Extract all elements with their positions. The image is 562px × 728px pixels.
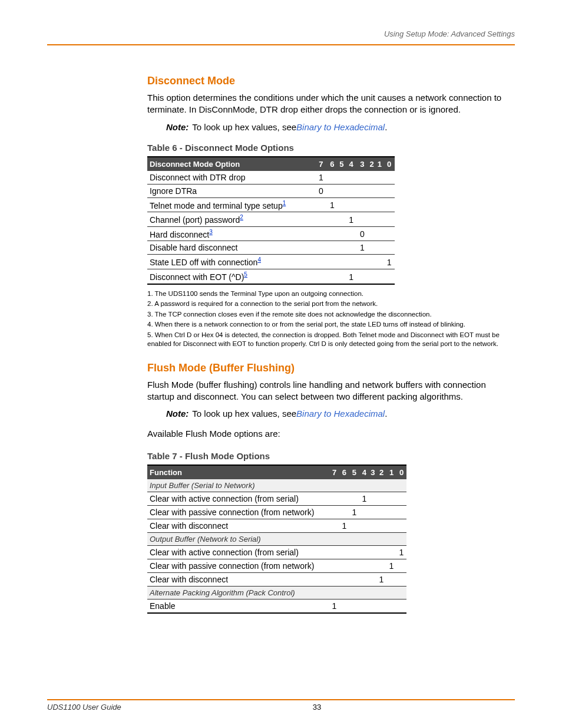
cell bbox=[346, 197, 357, 212]
row-label: Hard disconnect3 bbox=[147, 226, 316, 241]
table-row: Channel (port) password21 bbox=[147, 212, 395, 227]
footnotes-1: 1. The UDS1100 sends the Terminal Type u… bbox=[147, 289, 503, 349]
cell bbox=[316, 255, 327, 269]
th-bit3: 3 bbox=[356, 157, 368, 171]
th-bit0: 0 bbox=[384, 157, 395, 171]
th-bit1: 1 bbox=[376, 157, 384, 171]
cell bbox=[326, 171, 338, 185]
cell: 1 bbox=[384, 255, 395, 269]
cell bbox=[349, 545, 359, 559]
cell bbox=[384, 269, 395, 284]
cell bbox=[384, 184, 395, 197]
cell: 1 bbox=[349, 505, 359, 519]
cell bbox=[339, 599, 349, 613]
th-bit7: 7 bbox=[316, 157, 327, 171]
row-label: Ignore DTRa bbox=[147, 184, 316, 197]
cell bbox=[368, 241, 375, 255]
row-label: Clear with disconnect bbox=[147, 572, 329, 586]
cell bbox=[316, 197, 327, 212]
subhead-alt-packing: Alternate Packing Algorithm (Pack Contro… bbox=[147, 586, 406, 599]
cell bbox=[384, 171, 395, 185]
cell bbox=[329, 519, 339, 532]
cell bbox=[376, 171, 384, 185]
cell bbox=[329, 505, 339, 519]
table-row: Clear with disconnect1 bbox=[147, 572, 406, 586]
content-area: Disconnect Mode This option determines t… bbox=[147, 75, 503, 614]
cell bbox=[356, 184, 368, 197]
cell bbox=[349, 492, 359, 505]
cell: 1 bbox=[356, 241, 368, 255]
th-bit4: 4 bbox=[346, 157, 357, 171]
cell bbox=[368, 212, 375, 227]
note-period: . bbox=[385, 122, 387, 132]
row-label: State LED off with connection4 bbox=[147, 255, 316, 269]
table-row: Telnet mode and terminal type setup11 bbox=[147, 197, 395, 212]
cell bbox=[326, 269, 338, 284]
cell bbox=[356, 212, 368, 227]
cell bbox=[376, 492, 386, 505]
cell bbox=[396, 519, 406, 532]
th-function: Function bbox=[147, 465, 329, 479]
footnote-ref[interactable]: 5 bbox=[244, 271, 247, 278]
cell bbox=[369, 599, 376, 613]
available-text: Available Flush Mode options are: bbox=[147, 428, 503, 440]
table-row: Clear with active connection (from seria… bbox=[147, 492, 406, 505]
cell bbox=[376, 559, 386, 572]
row-label: Disconnect with DTR drop bbox=[147, 171, 316, 185]
cell bbox=[356, 255, 368, 269]
hex-link-2[interactable]: Binary to Hexadecimal bbox=[296, 409, 385, 419]
cell bbox=[346, 255, 357, 269]
flush-paragraph: Flush Mode (buffer flushing) controls li… bbox=[147, 379, 503, 403]
table6-header-row: Disconnect Mode Option 7 6 5 4 3 2 1 0 bbox=[147, 157, 395, 171]
cell: 1 bbox=[386, 559, 396, 572]
cell bbox=[316, 212, 327, 227]
cell bbox=[396, 572, 406, 586]
cell: 1 bbox=[346, 212, 357, 227]
cell bbox=[359, 545, 369, 559]
hex-link-1[interactable]: Binary to Hexadecimal bbox=[296, 122, 385, 132]
footnote-ref[interactable]: 1 bbox=[283, 200, 286, 206]
cell bbox=[386, 505, 396, 519]
cell bbox=[339, 492, 349, 505]
cell bbox=[396, 505, 406, 519]
footnote-ref[interactable]: 2 bbox=[240, 214, 243, 220]
th4: 4 bbox=[359, 465, 369, 479]
cell bbox=[339, 572, 349, 586]
cell bbox=[326, 226, 338, 241]
cell: 1 bbox=[326, 197, 338, 212]
cell bbox=[369, 505, 376, 519]
cell: 1 bbox=[359, 492, 369, 505]
cell bbox=[338, 226, 345, 241]
row-label: Clear with passive connection (from netw… bbox=[147, 505, 329, 519]
cell bbox=[359, 519, 369, 532]
table-row: Disconnect with DTR drop1 bbox=[147, 171, 395, 185]
footnote-ref[interactable]: 3 bbox=[209, 229, 213, 235]
cell bbox=[384, 197, 395, 212]
cell bbox=[386, 519, 396, 532]
cell: 1 bbox=[329, 599, 339, 613]
cell bbox=[359, 505, 369, 519]
cell bbox=[349, 572, 359, 586]
cell bbox=[326, 255, 338, 269]
row-label: Clear with passive connection (from netw… bbox=[147, 559, 329, 572]
footnote-ref[interactable]: 4 bbox=[257, 256, 261, 263]
note-label-2: Note: bbox=[166, 409, 189, 419]
row-label: Disable hard disconnect bbox=[147, 241, 316, 255]
cell: 1 bbox=[339, 519, 349, 532]
row-label: Clear with active connection (from seria… bbox=[147, 545, 329, 559]
cell bbox=[349, 519, 359, 532]
table-disconnect-mode: Disconnect Mode Option 7 6 5 4 3 2 1 0 D… bbox=[147, 156, 395, 285]
cell bbox=[316, 241, 327, 255]
cell bbox=[356, 269, 368, 284]
cell bbox=[376, 184, 384, 197]
cell bbox=[396, 559, 406, 572]
page: Using Setup Mode: Advanced Settings Disc… bbox=[0, 0, 562, 728]
subhead-output-buffer: Output Buffer (Network to Serial) bbox=[147, 532, 406, 545]
note-text: To look up hex values, see bbox=[192, 122, 296, 132]
cell bbox=[368, 197, 375, 212]
cell bbox=[376, 212, 384, 227]
footnote: 4. When there is a network connection to… bbox=[147, 320, 503, 330]
th-bit5: 5 bbox=[338, 157, 345, 171]
th2: 2 bbox=[376, 465, 386, 479]
cell bbox=[339, 545, 349, 559]
